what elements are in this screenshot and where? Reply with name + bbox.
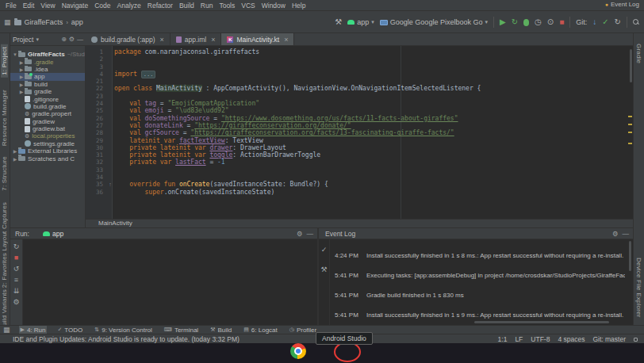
menu-run[interactable]: Run xyxy=(197,0,217,11)
event-log-settings-gear-icon[interactable]: ⚙ xyxy=(612,230,619,238)
tree-chevron-icon[interactable]: ▶ xyxy=(18,74,25,79)
editor-tab-app-iml[interactable]: app.iml× xyxy=(171,33,222,46)
restart-activity-icon[interactable]: ↺ xyxy=(13,265,20,273)
run-tab-app[interactable]: app xyxy=(39,228,67,239)
console-settings-icon[interactable]: ⚙ xyxy=(13,298,19,307)
tool-window-button-build[interactable]: ⚒Build xyxy=(209,326,233,334)
navbar-home-icon[interactable]: ▦ xyxy=(4,18,11,26)
project-tree-item-build[interactable]: ▶build xyxy=(10,81,85,88)
menu-navigate[interactable]: Navigate xyxy=(59,0,92,11)
project-panel-title[interactable]: Project xyxy=(13,36,33,44)
apply-changes-button[interactable]: ↻ xyxy=(512,17,518,27)
project-tree-item-giraffefacts[interactable]: ▼GiraffeFacts~/StudioProje xyxy=(10,51,85,58)
menu-code[interactable]: Code xyxy=(91,0,113,11)
git-rollback-button[interactable]: ↻ xyxy=(615,17,621,27)
tool-window-button-profiler[interactable]: ◷Profiler xyxy=(288,326,318,334)
run-configuration-dropdown[interactable]: app ▾ xyxy=(347,18,374,26)
editor-tab-mainactivity-kt[interactable]: KMainActivity.kt× xyxy=(221,33,294,46)
git-commit-button[interactable]: ✓ xyxy=(602,17,608,27)
hide-run-panel-icon[interactable]: — xyxy=(307,230,314,238)
event-log-vertical-scrollbar[interactable] xyxy=(629,241,631,271)
status-utf-8[interactable]: UTF-8 xyxy=(531,335,550,343)
profile-button[interactable]: ◷ xyxy=(535,17,542,27)
project-tree-item-app[interactable]: ▶app xyxy=(10,73,85,80)
project-tree-item-local-properties[interactable]: ⚙local.properties xyxy=(10,132,85,139)
code-editor[interactable]: 1package com.naranjaconsal.giraffefacts2… xyxy=(86,46,633,219)
menu-tools[interactable]: Tools xyxy=(216,0,238,11)
tool-strip-7-structure[interactable]: 7: Structure xyxy=(1,154,8,193)
run-button[interactable]: ▶ xyxy=(500,17,506,27)
project-tree-item-idea[interactable]: ▶.idea xyxy=(10,66,85,73)
status-4-spaces[interactable]: 4 spaces xyxy=(558,335,585,343)
status-git-master[interactable]: Git: master xyxy=(592,335,626,343)
tree-chevron-icon[interactable]: ▶ xyxy=(12,156,18,162)
project-tree-item-gradle-propert[interactable]: ⚙gradle.propert xyxy=(10,110,85,117)
run-settings-gear-icon[interactable]: ⚙ xyxy=(297,230,303,238)
tree-chevron-icon[interactable]: ▶ xyxy=(12,148,18,154)
tree-chevron-icon[interactable]: ▼ xyxy=(12,52,18,57)
scroll-to-end-icon[interactable]: ⇊ xyxy=(13,287,20,296)
clear-console-icon[interactable]: ≡ xyxy=(14,276,18,285)
project-tree-item-gitignore[interactable]: .gitignore xyxy=(10,95,85,102)
readonly-lock-icon[interactable] xyxy=(634,338,638,342)
breadcrumb-project[interactable]: GiraffeFacts xyxy=(25,18,63,26)
project-tree[interactable]: ▼GiraffeFacts~/StudioProje▶.gradle▶.idea… xyxy=(10,46,86,227)
menu-file[interactable]: File xyxy=(2,0,20,11)
tool-strip-resource-manager[interactable]: Resource Manager xyxy=(1,87,8,148)
project-tree-item-gradle[interactable]: ▶.gradle xyxy=(10,58,85,65)
tree-chevron-icon[interactable]: ▶ xyxy=(18,89,25,94)
menu-view[interactable]: View xyxy=(37,0,58,11)
event-log-settings-icon[interactable]: ⚒ xyxy=(320,266,327,274)
tool-strip-2-favorites[interactable]: 2: Favorites xyxy=(1,250,8,290)
tool-window-button-9-version-control[interactable]: ⇅9: Version Control xyxy=(93,326,153,334)
device-dropdown[interactable]: Google Google Pixelbook Go ▾ xyxy=(380,18,488,26)
build-hammer-icon[interactable]: ⚒ xyxy=(335,17,342,27)
tree-chevron-icon[interactable]: ▶ xyxy=(18,82,25,87)
project-tree-item-gradlew[interactable]: gradlew xyxy=(10,118,85,125)
project-tree-item-gradle[interactable]: ▶gradle xyxy=(10,88,85,95)
menu-refactor[interactable]: Refactor xyxy=(144,0,176,11)
project-tree-item-external-libraries[interactable]: ▶External Libraries xyxy=(10,147,85,155)
chevron-down-icon[interactable]: ▾ xyxy=(36,36,39,43)
menu-analyze[interactable]: Analyze xyxy=(114,0,144,11)
tool-window-button-todo[interactable]: ✓TODO xyxy=(56,326,84,334)
locate-file-icon[interactable]: ⊕ xyxy=(61,36,67,43)
editor-breadcrumb-item[interactable]: MainActivity xyxy=(98,220,132,227)
stop-icon[interactable]: ■ xyxy=(14,254,18,262)
close-tab-icon[interactable]: × xyxy=(160,36,164,44)
tool-window-button-terminal[interactable]: ⌨Terminal xyxy=(163,326,200,334)
event-log-horizontal-scrollbar[interactable] xyxy=(474,321,609,323)
attach-debugger-button[interactable]: ⊙ xyxy=(547,17,554,27)
editor-scrollbar[interactable] xyxy=(630,49,632,82)
event-log-button[interactable]: ● Event Log xyxy=(605,0,639,9)
menu-window[interactable]: Window xyxy=(259,0,289,11)
tool-window-button-4-run[interactable]: ▶4: Run xyxy=(19,326,48,334)
project-tree-item-scratches-and-c[interactable]: ▶Scratches and C xyxy=(10,155,85,162)
close-tab-icon[interactable]: × xyxy=(284,36,288,44)
project-tree-item-gradlew-bat[interactable]: gradlew.bat xyxy=(10,125,85,132)
breadcrumb-module[interactable]: app xyxy=(71,18,83,26)
project-settings-gear-icon[interactable]: ⚙ xyxy=(69,36,75,43)
stop-button[interactable]: ■ xyxy=(559,17,564,27)
tool-strip-layout-captures[interactable]: Layout Captures xyxy=(1,200,8,254)
menu-edit[interactable]: Edit xyxy=(20,0,38,11)
tool-window-button-6-logcat[interactable]: ▤6: Logcat xyxy=(242,326,279,334)
status-1-1[interactable]: 1:1 xyxy=(498,335,508,343)
close-tab-icon[interactable]: × xyxy=(211,36,215,44)
editor-tab-build-gradle-app[interactable]: build.gradle (:app)× xyxy=(86,33,171,46)
status-lf[interactable]: LF xyxy=(515,335,523,343)
git-update-button[interactable]: ↓ xyxy=(592,17,596,27)
tool-strip-1-project[interactable]: 1: Project xyxy=(1,44,8,78)
tool-strip-gradle[interactable]: Gradle xyxy=(635,41,642,66)
menu-help[interactable]: Help xyxy=(289,0,309,11)
tool-window-switcher-icon[interactable]: ▦ xyxy=(3,326,10,334)
search-everywhere-icon[interactable] xyxy=(633,19,639,25)
rerun-icon[interactable]: ↻ xyxy=(13,243,20,251)
menu-build[interactable]: Build xyxy=(176,0,197,11)
tree-chevron-icon[interactable]: ▶ xyxy=(18,59,25,65)
mark-all-read-icon[interactable]: ✓ xyxy=(321,246,328,254)
hide-panel-icon[interactable]: — xyxy=(77,36,83,43)
project-tree-item-build-gradle[interactable]: build.gradle xyxy=(10,103,85,110)
menu-vcs[interactable]: VCS xyxy=(238,0,258,11)
project-tree-item-settings-gradle[interactable]: settings.gradle xyxy=(10,140,85,147)
